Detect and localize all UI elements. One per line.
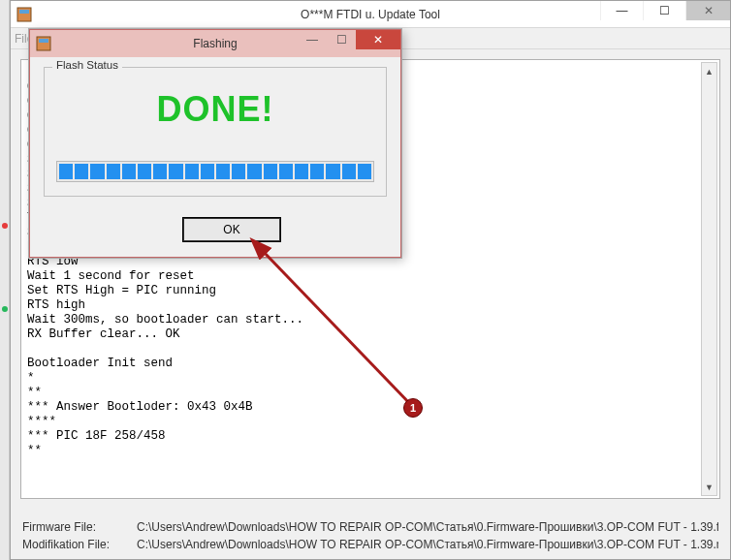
dialog-window-controls: — ☐ ✕ (298, 30, 400, 57)
progress-segment (107, 164, 120, 179)
minimize-button[interactable]: — (600, 1, 643, 20)
progress-segment (342, 164, 356, 179)
app-icon (16, 7, 32, 22)
firmware-file-label: Firmware File: (22, 520, 119, 534)
dialog-close-button[interactable]: ✕ (356, 30, 400, 49)
flash-status-label: Flash Status (52, 59, 122, 71)
footer: Firmware File: C:\Users\Andrew\Downloads… (22, 516, 718, 551)
log-scrollbar[interactable]: ▲ ▼ (701, 62, 717, 496)
scroll-up-button[interactable]: ▲ (702, 63, 716, 79)
annotation-marker-1: 1 (403, 398, 423, 418)
progress-segment (216, 164, 230, 179)
progress-segment (122, 164, 136, 179)
dialog-maximize-button[interactable]: ☐ (327, 30, 356, 49)
scroll-down-button[interactable]: ▼ (702, 479, 716, 495)
modifikation-file-path: C:\Users\Andrew\Downloads\HOW TO REPAIR … (137, 538, 718, 551)
background-window-sliver (0, 0, 10, 560)
progress-segment (310, 164, 324, 179)
ok-button[interactable]: OK (183, 218, 280, 241)
svg-rect-3 (39, 39, 48, 43)
dialog-titlebar[interactable]: Flashing — ☐ ✕ (30, 30, 400, 57)
flash-status-group: Flash Status DONE! (44, 67, 387, 197)
progress-segment (169, 164, 182, 179)
maximize-button[interactable]: ☐ (643, 1, 685, 20)
progress-segment (279, 164, 293, 179)
progress-segment (153, 164, 167, 179)
progress-segment (185, 164, 199, 179)
dialog-minimize-button[interactable]: — (298, 30, 327, 49)
progress-segment (232, 164, 245, 179)
flashing-dialog: Flashing — ☐ ✕ Flash Status DONE! OK (29, 29, 401, 258)
progress-segment (90, 164, 104, 179)
dialog-icon (36, 36, 51, 51)
progress-segment (75, 164, 88, 179)
progress-segment (201, 164, 214, 179)
main-titlebar[interactable]: O***M FTDI u. Update Tool — ☐ ✕ (11, 1, 730, 28)
close-button[interactable]: ✕ (685, 1, 730, 20)
progress-segment (59, 164, 73, 179)
main-window-controls: — ☐ ✕ (600, 1, 730, 27)
background-green-dot (2, 306, 8, 312)
progress-segment (295, 164, 308, 179)
firmware-file-path: C:\Users\Andrew\Downloads\HOW TO REPAIR … (137, 520, 718, 534)
background-red-dot (2, 223, 8, 229)
progress-bar (56, 161, 374, 182)
svg-rect-1 (19, 10, 29, 14)
progress-segment (138, 164, 151, 179)
progress-segment (326, 164, 339, 179)
flash-status-text: DONE! (45, 89, 386, 130)
modifikation-file-label: Modifikation File: (22, 538, 119, 551)
progress-segment (264, 164, 277, 179)
progress-segment (247, 164, 261, 179)
progress-segment (358, 164, 371, 179)
